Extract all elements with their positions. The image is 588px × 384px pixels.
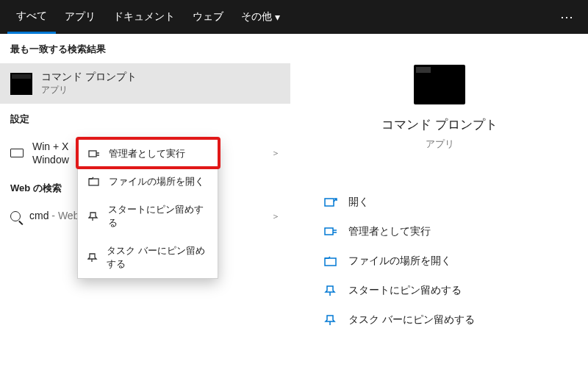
tab-documents[interactable]: ドキュメント (104, 0, 184, 34)
detail-title: コマンド プロンプト (291, 116, 588, 133)
open-icon (323, 196, 338, 208)
action-run-as-admin[interactable]: 管理者として実行 (320, 217, 559, 246)
tab-web[interactable]: ウェブ (184, 0, 232, 34)
command-prompt-icon-large (414, 65, 465, 104)
chevron-down-icon: ▾ (275, 11, 280, 23)
svg-rect-2 (325, 199, 334, 206)
chevron-right-icon: ＞ (271, 210, 280, 223)
ctx-pin-to-taskbar[interactable]: タスク バーにピン留めする (78, 237, 218, 278)
pin-icon (87, 210, 101, 222)
context-menu: 管理者として実行 ファイルの場所を開く スタートにピン留めする タスク バーにピ… (77, 139, 218, 279)
svg-rect-3 (325, 228, 333, 235)
search-filter-tabs: すべて アプリ ドキュメント ウェブ その他 ▾ ⋯ (0, 0, 588, 34)
pin-icon (323, 285, 338, 296)
folder-icon (87, 176, 101, 188)
ctx-pin-to-start[interactable]: スタートにピン留めする (78, 196, 218, 237)
result-subtitle: アプリ (41, 84, 137, 96)
tab-apps[interactable]: アプリ (56, 0, 104, 34)
pin-icon (323, 314, 338, 326)
admin-shield-icon (87, 148, 101, 160)
ctx-open-file-location[interactable]: ファイルの場所を開く (78, 168, 218, 196)
chevron-right-icon: ＞ (271, 147, 280, 160)
action-open[interactable]: 開く (320, 188, 559, 217)
ctx-run-as-admin[interactable]: 管理者として実行 (78, 140, 218, 168)
result-title: コマンド プロンプト (41, 71, 137, 84)
tab-more[interactable]: その他 ▾ (232, 0, 289, 34)
admin-shield-icon (323, 226, 338, 238)
results-panel: 最も一致する検索結果 コマンド プロンプト アプリ 設定 Win + X を W… (0, 34, 291, 384)
overflow-menu-button[interactable]: ⋯ (553, 9, 581, 25)
tab-all[interactable]: すべて (7, 0, 56, 34)
section-header-settings: 設定 (0, 104, 290, 133)
command-prompt-icon (10, 73, 32, 95)
detail-subtitle: アプリ (291, 138, 588, 151)
detail-panel: コマンド プロンプト アプリ 開く 管理者として実行 ファイルの場所を開く (291, 34, 588, 384)
settings-icon (10, 149, 24, 157)
action-open-file-location[interactable]: ファイルの場所を開く (320, 246, 559, 276)
best-match-result[interactable]: コマンド プロンプト アプリ (0, 63, 290, 104)
action-pin-to-taskbar[interactable]: タスク バーにピン留めする (320, 305, 559, 335)
folder-icon (323, 255, 338, 267)
svg-rect-1 (89, 179, 98, 185)
svg-rect-4 (325, 258, 336, 266)
svg-rect-0 (89, 151, 96, 157)
search-icon (10, 211, 21, 221)
section-header-best-match: 最も一致する検索結果 (0, 34, 290, 63)
pin-icon (87, 252, 99, 263)
action-pin-to-start[interactable]: スタートにピン留めする (320, 276, 559, 305)
